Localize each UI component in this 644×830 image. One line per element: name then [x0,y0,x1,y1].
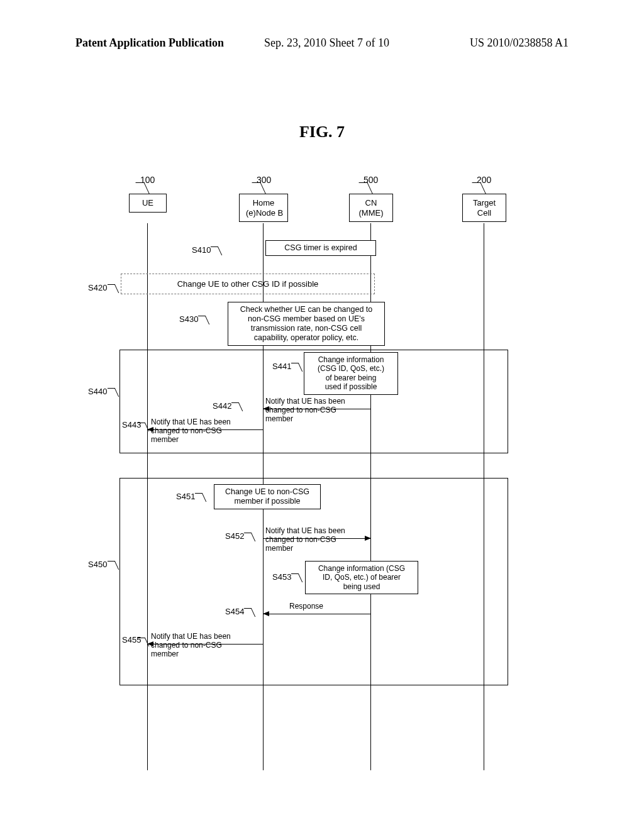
actor-hnb-num: 300 [257,175,271,185]
step-s420-label: S420 [88,283,107,292]
step-s455-text: Notify that UE has been changed to non-C… [151,633,261,658]
actor-cn-num: 500 [364,175,378,185]
actor-target-num: 200 [477,175,491,185]
step-s451-label: S451 [176,492,195,501]
step-s442-text: Notify that UE has been changed to non-C… [265,397,369,423]
step-s455-label: S455 [122,635,141,645]
actor-cn-mme: CN (MME) [349,194,393,222]
step-s452-text: Notify that UE has been changed to non-C… [265,527,369,553]
step-s453-box: Change information (CSG ID, QoS, etc.) o… [305,561,418,594]
actor-target-cell: Target Cell [462,194,506,222]
step-s440-tick [108,388,119,397]
step-s410-tick [211,246,223,255]
arrow-s452 [264,538,370,539]
step-s453-label: S453 [272,572,291,582]
arrow-s454 [264,614,370,614]
step-s420-tick [108,284,119,293]
step-s452-label: S452 [225,531,244,541]
step-s451-box: Change UE to non-CSG member if possible [214,484,321,509]
step-s443-label: S443 [122,420,141,429]
arrow-s442 [264,409,370,409]
step-s443-text: Notify that UE has been changed to non-C… [151,418,261,444]
arrow-s455 [148,644,263,645]
step-s454-text: Response [289,602,323,611]
step-s442-label: S442 [213,401,231,411]
step-s430-label: S430 [179,314,198,324]
step-s410-box: CSG timer is expired [265,240,376,256]
actor-home-enodeb: Home (e)Node B [239,194,288,222]
header-left: Patent Application Publication [75,36,224,50]
actor-ue-num: 100 [140,175,155,185]
step-s440-label: S440 [88,387,107,396]
step-s450-tick [108,561,119,570]
step-s430-tick [198,316,210,324]
step-s410-label: S410 [192,245,211,255]
step-s450-label: S450 [88,560,107,569]
actor-ue: UE [129,194,167,213]
step-s420-box: Change UE to other CSG ID if possible [121,274,375,294]
header-center: Sep. 23, 2010 Sheet 7 of 10 [264,36,389,50]
figure-title: FIG. 7 [0,123,644,141]
step-s441-label: S441 [272,362,291,371]
arrow-s443 [148,429,263,430]
step-s430-box: Check whether UE can be changed to non-C… [228,302,385,346]
header-right: US 2010/0238858 A1 [470,36,569,50]
step-s441-box: Change information (CSG ID, QoS, etc.) o… [304,352,398,395]
step-s454-label: S454 [225,607,244,616]
